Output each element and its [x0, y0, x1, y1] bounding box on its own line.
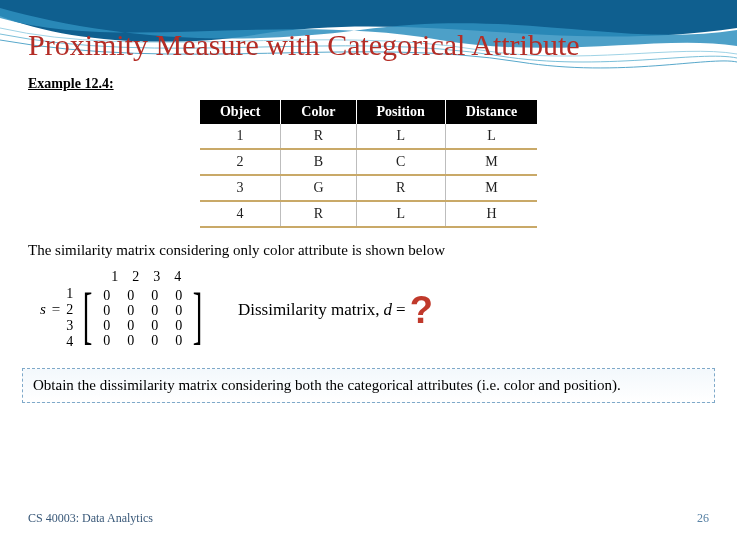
col-header: Color	[281, 100, 356, 124]
table-row: 4 R L H	[200, 201, 537, 227]
matrix-var: s	[40, 301, 46, 318]
col-header: Object	[200, 100, 281, 124]
question-mark-icon: ?	[410, 291, 433, 329]
matrix-col-labels: 1 2 3 4	[93, 269, 181, 285]
cell: R	[281, 201, 356, 227]
equals-sign: =	[396, 300, 406, 320]
mcell: 0	[171, 333, 187, 348]
page-title: Proximity Measure with Categorical Attri…	[0, 0, 737, 68]
task-box: Obtain the dissimilarity matrix consider…	[22, 368, 715, 403]
cell: 1	[200, 124, 281, 149]
row-label: 2	[66, 302, 73, 318]
matrix-grid: 0 0 0 0 0 0 0 0 0 0 0 0 0 0 0	[99, 286, 187, 350]
table-row: 1 R L L	[200, 124, 537, 149]
body-text: The similarity matrix considering only c…	[0, 236, 737, 263]
col-header: Position	[356, 100, 445, 124]
mcell: 0	[123, 333, 139, 348]
mcell: 0	[171, 318, 187, 333]
example-label: Example 12.4:	[0, 68, 737, 98]
col-label: 4	[174, 269, 181, 285]
cell: B	[281, 149, 356, 175]
cell: G	[281, 175, 356, 201]
mcell: 0	[123, 288, 139, 303]
right-bracket-icon: ]	[192, 286, 202, 350]
page-number: 26	[697, 511, 709, 526]
mcell: 0	[171, 288, 187, 303]
table-row: 2 B C M	[200, 149, 537, 175]
cell: 2	[200, 149, 281, 175]
mcell: 0	[147, 288, 163, 303]
mcell: 0	[99, 318, 115, 333]
mcell: 0	[147, 333, 163, 348]
cell: L	[445, 124, 537, 149]
matrix-row: s = 1 2 3 4 1 2 3 4 [	[0, 263, 737, 354]
dissimilarity-expression: Dissimilarity matrix, d = ?	[238, 291, 433, 329]
mcell: 0	[147, 303, 163, 318]
col-header: Distance	[445, 100, 537, 124]
footer: CS 40003: Data Analytics 26	[0, 511, 737, 526]
matrix-body: 1 2 3 4 1 2 3 4 [ 0 0 0	[66, 269, 208, 350]
data-table-wrap: Object Color Position Distance 1 R L L 2…	[0, 98, 737, 236]
cell: L	[356, 201, 445, 227]
data-table: Object Color Position Distance 1 R L L 2…	[200, 100, 537, 228]
mcell: 0	[147, 318, 163, 333]
cell: R	[356, 175, 445, 201]
cell: 4	[200, 201, 281, 227]
col-label: 3	[153, 269, 160, 285]
row-label: 3	[66, 318, 73, 334]
cell: M	[445, 149, 537, 175]
course-code: CS 40003: Data Analytics	[28, 511, 153, 526]
mcell: 0	[123, 303, 139, 318]
mcell: 0	[171, 303, 187, 318]
similarity-matrix: s = 1 2 3 4 1 2 3 4 [	[40, 269, 208, 350]
matrix-row-labels: 1 2 3 4	[66, 286, 77, 350]
cell: 3	[200, 175, 281, 201]
cell: H	[445, 201, 537, 227]
mcell: 0	[123, 318, 139, 333]
mcell: 0	[99, 288, 115, 303]
col-label: 1	[111, 269, 118, 285]
col-label: 2	[132, 269, 139, 285]
cell: L	[356, 124, 445, 149]
cell: R	[281, 124, 356, 149]
row-label: 4	[66, 334, 73, 350]
row-label: 1	[66, 286, 73, 302]
cell: C	[356, 149, 445, 175]
table-header-row: Object Color Position Distance	[200, 100, 537, 124]
table-row: 3 G R M	[200, 175, 537, 201]
dissim-var: d	[384, 300, 393, 320]
equals-sign: =	[52, 301, 60, 318]
cell: M	[445, 175, 537, 201]
left-bracket-icon: [	[83, 286, 93, 350]
dissim-label: Dissimilarity matrix,	[238, 300, 380, 320]
mcell: 0	[99, 303, 115, 318]
mcell: 0	[99, 333, 115, 348]
